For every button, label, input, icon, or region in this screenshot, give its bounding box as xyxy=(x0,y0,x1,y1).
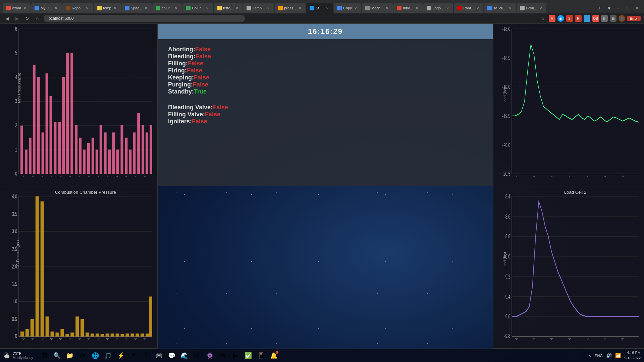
load-cell-1-chart: Load (lbs) -18.0 -18.5 -19.0 -19.5 -20.0 xyxy=(493,23,644,186)
tab-close-button[interactable]: ✕ xyxy=(508,6,513,10)
browser-tab[interactable]: Temp...✕ xyxy=(243,3,274,13)
taskbar-slack-button[interactable]: # xyxy=(128,350,139,361)
taskbar-ps-button[interactable]: ▶ xyxy=(230,350,241,361)
taskbar-messenger-button[interactable]: 💬 xyxy=(166,350,177,361)
browser-tab[interactable]: Repo...✕ xyxy=(62,3,93,13)
tab-close-button[interactable]: ✕ xyxy=(538,6,543,10)
taskbar-system-tray: ∧ xyxy=(588,353,591,358)
address-bar[interactable]: localhost:5000 xyxy=(44,15,245,22)
taskbar-settings-button[interactable]: ⚙ xyxy=(192,350,203,361)
ext-os[interactable]: OS xyxy=(592,15,599,22)
tab-favicon xyxy=(457,6,462,10)
browser-tab[interactable]: Mech...✕ xyxy=(362,3,393,13)
taskbar-edge-button[interactable]: 🌊 xyxy=(179,350,190,361)
browser-tab[interactable]: Colur...✕ xyxy=(182,3,213,13)
browser-tab[interactable]: press...✕ xyxy=(275,3,306,13)
home-button[interactable]: ⌂ xyxy=(34,15,41,22)
ext-adblock[interactable]: A xyxy=(549,15,555,22)
taskbar-files-button[interactable]: 📁 xyxy=(64,350,75,361)
tab-close-button[interactable]: ✕ xyxy=(475,6,480,10)
ext-circle[interactable]: ◉ xyxy=(557,15,564,22)
svg-text:0: 0 xyxy=(15,333,17,339)
browser-tab[interactable]: Inbo...✕ xyxy=(393,3,423,13)
taskbar-teams-button[interactable]: T xyxy=(141,350,152,361)
taskbar: 🌥 71°F Mostly cloudy ⊞ 🔍 📁 🗂 🌐 🎵 ⚡ # T 🎮… xyxy=(0,349,644,362)
svg-rect-78 xyxy=(46,316,49,337)
tab-favicon xyxy=(247,6,251,10)
browser-tab[interactable]: Pant...✕ xyxy=(454,3,483,13)
back-button[interactable]: ◀ xyxy=(3,15,11,22)
browser-tab[interactable]: Grou...✕ xyxy=(517,3,547,13)
taskbar-chrome-button[interactable]: 🌐 xyxy=(90,350,101,361)
new-tab-button[interactable]: + xyxy=(596,4,604,12)
tab-close-button[interactable]: ✕ xyxy=(298,6,302,10)
reload-button[interactable]: ↻ xyxy=(23,15,31,22)
tab-list-button[interactable]: ▾ xyxy=(605,4,613,12)
tab-close-button[interactable]: ✕ xyxy=(113,6,117,10)
browser-tab[interactable]: Logo...✕ xyxy=(423,3,453,13)
svg-rect-9 xyxy=(20,126,23,174)
browser-tab[interactable]: Spac...✕ xyxy=(121,3,152,13)
ext-toggle[interactable]: ⊟ xyxy=(610,15,616,22)
tab-close-button[interactable]: ✕ xyxy=(174,6,178,10)
ext-f[interactable]: f xyxy=(584,15,590,22)
taskbar-sound-icon: 🔊 xyxy=(606,353,612,358)
svg-rect-95 xyxy=(130,334,134,337)
taskbar-phone-button[interactable]: 📱 xyxy=(256,350,266,361)
status-state-row: Firing:False xyxy=(168,67,483,74)
taskbar-explorer-button[interactable]: 🗂 xyxy=(77,350,88,361)
ext-gear[interactable]: ⚙ xyxy=(601,15,608,22)
taskbar-word-button[interactable]: W xyxy=(217,350,228,361)
tab-close-button[interactable]: ✕ xyxy=(385,6,389,10)
taskbar-start-button[interactable]: ⊞ xyxy=(39,350,50,361)
tab-close-button[interactable]: ✕ xyxy=(205,6,210,10)
load-cell-1-y-label: Load (lbs) xyxy=(503,87,507,104)
taskbar-badge-button[interactable]: 🔔 xyxy=(268,350,279,361)
browser-tab[interactable]: exam✕ xyxy=(3,3,31,13)
tab-close-button[interactable]: ✕ xyxy=(325,6,330,10)
tab-close-button[interactable]: ✕ xyxy=(54,6,58,10)
tab-close-button[interactable]: ✕ xyxy=(22,6,27,10)
tab-close-button[interactable]: ✕ xyxy=(353,6,358,10)
browser-tab[interactable]: sa_cu...✕ xyxy=(484,3,516,13)
forward-button[interactable]: ▶ xyxy=(13,15,21,22)
taskbar-discord-button[interactable]: 👾 xyxy=(205,350,215,361)
tab-close-button[interactable]: ✕ xyxy=(445,6,450,10)
ext-s[interactable]: S xyxy=(566,15,573,22)
svg-rect-40 xyxy=(150,125,152,174)
taskbar-search-button[interactable]: 🔍 xyxy=(52,350,62,361)
tab-close-button[interactable]: ✕ xyxy=(234,6,239,10)
minimize-button[interactable]: ─ xyxy=(614,4,623,12)
status-timestamp: 16:16:29 xyxy=(158,24,493,39)
browser-tab[interactable]: temp✕ xyxy=(94,3,120,13)
maximize-button[interactable]: □ xyxy=(624,4,632,12)
tab-close-button[interactable]: ✕ xyxy=(144,6,148,10)
browser-tab[interactable]: lette...✕ xyxy=(214,3,243,13)
tab-label: press... xyxy=(284,6,296,10)
close-button[interactable]: ✕ xyxy=(633,4,641,12)
taskbar-todo-button[interactable]: ✅ xyxy=(243,350,254,361)
ext-r[interactable]: R xyxy=(575,15,582,22)
browser-tab[interactable]: My D...✕ xyxy=(31,3,62,13)
taskbar-right: ∧ ENG 🔊 📶 4:16 PM 5/13/2022 xyxy=(588,350,641,361)
taskbar-spotify-button[interactable]: 🎵 xyxy=(103,350,113,361)
browser-tab[interactable]: Copy✕ xyxy=(334,3,361,13)
tab-label: Logo... xyxy=(433,6,444,10)
error-button[interactable]: Error xyxy=(627,16,641,21)
ext-avatar[interactable]: 👤 xyxy=(619,15,625,22)
star-icon[interactable]: ☆ xyxy=(539,15,547,22)
browser-tab[interactable]: St✕ xyxy=(306,3,333,13)
tab-close-button[interactable]: ✕ xyxy=(85,6,90,10)
svg-rect-79 xyxy=(51,331,54,337)
tab-label: sa_cu... xyxy=(493,6,506,10)
tab-close-button[interactable]: ✕ xyxy=(415,6,419,10)
status-state-row: Aborting:False xyxy=(168,46,483,53)
svg-rect-82 xyxy=(65,334,69,337)
browser-tab[interactable]: colur...✕ xyxy=(152,3,182,13)
svg-text:-9.6: -9.6 xyxy=(504,314,510,320)
svg-text:3.5: 3.5 xyxy=(12,211,17,217)
taskbar-vscode-button[interactable]: ⚡ xyxy=(115,350,126,361)
tab-close-button[interactable]: ✕ xyxy=(266,6,271,10)
taskbar-steam-button[interactable]: 🎮 xyxy=(154,350,164,361)
svg-text:-8.8: -8.8 xyxy=(504,234,510,240)
